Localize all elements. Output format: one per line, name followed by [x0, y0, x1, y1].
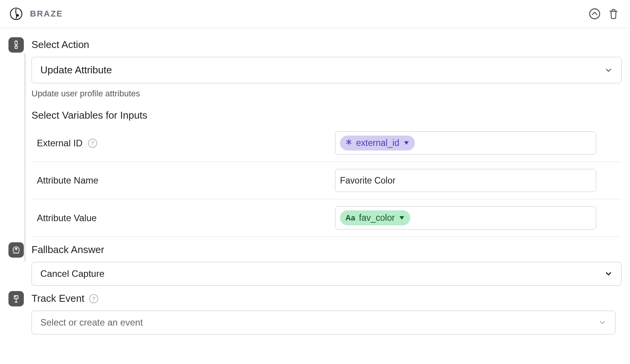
label-attribute-name: Attribute Name — [32, 175, 327, 186]
action-select-value: Update Attribute — [40, 64, 112, 76]
field-attribute-value[interactable]: Aa fav_color — [335, 206, 596, 230]
select-action-title: Select Action — [32, 39, 622, 51]
action-select[interactable]: Update Attribute — [32, 57, 622, 83]
braze-logo-icon — [9, 7, 23, 21]
variables-rows: External ID ? external_id — [32, 124, 622, 237]
section-fallback: Fallback Answer Cancel Capture — [8, 242, 622, 286]
row-external-id: External ID ? external_id — [32, 124, 622, 162]
brand-name: BRAZE — [30, 9, 63, 19]
text-type-icon: Aa — [345, 213, 355, 222]
input-attribute-name[interactable] — [340, 175, 591, 186]
track-title: Track Event ? — [32, 293, 622, 304]
chevron-down-icon — [598, 318, 607, 327]
label-external-id: External ID ? — [32, 138, 327, 149]
track-event-select[interactable]: Select or create an event — [32, 311, 615, 334]
chip-dropdown-icon — [400, 216, 404, 220]
row-attribute-value: Attribute Value Aa fav_color — [32, 199, 622, 237]
track-icon — [8, 291, 24, 306]
fallback-icon — [8, 242, 24, 258]
section-body-fallback: Fallback Answer Cancel Capture — [32, 242, 622, 286]
svg-point-1 — [17, 14, 19, 17]
variables-heading: Select Variables for Inputs — [32, 109, 622, 121]
action-icon — [8, 37, 24, 53]
section-select-action: Select Action Update Attribute Update us… — [8, 37, 622, 237]
delete-icon[interactable] — [608, 8, 619, 20]
section-body-track: Track Event ? Select or create an event — [32, 291, 622, 334]
field-external-id[interactable]: external_id — [335, 131, 596, 155]
fallback-title: Fallback Answer — [32, 244, 622, 256]
track-event-placeholder: Select or create an event — [40, 317, 143, 328]
action-description: Update user profile attributes — [32, 89, 622, 99]
chip-dropdown-icon — [404, 141, 409, 145]
svg-point-2 — [590, 9, 600, 19]
chip-external-id[interactable]: external_id — [340, 136, 415, 151]
asterisk-icon — [345, 139, 352, 147]
connector-line — [25, 53, 25, 261]
label-attribute-value: Attribute Value — [32, 213, 327, 223]
help-icon[interactable]: ? — [88, 139, 97, 148]
collapse-icon[interactable] — [589, 8, 601, 20]
section-track-event: Track Event ? Select or create an event — [8, 291, 622, 334]
content: Select Action Update Attribute Update us… — [0, 28, 630, 350]
header-right — [589, 8, 619, 20]
chevron-down-icon — [604, 66, 613, 74]
row-attribute-name: Attribute Name — [32, 162, 622, 199]
fallback-select-value: Cancel Capture — [40, 268, 104, 279]
fallback-select[interactable]: Cancel Capture — [32, 262, 622, 286]
header-left: BRAZE — [9, 7, 63, 21]
header: BRAZE — [0, 0, 630, 28]
section-body-action: Select Action Update Attribute Update us… — [32, 37, 622, 237]
chevron-down-icon — [604, 270, 613, 278]
field-attribute-name[interactable] — [335, 169, 596, 192]
chip-fav-color[interactable]: Aa fav_color — [340, 210, 410, 225]
help-icon[interactable]: ? — [89, 294, 98, 303]
